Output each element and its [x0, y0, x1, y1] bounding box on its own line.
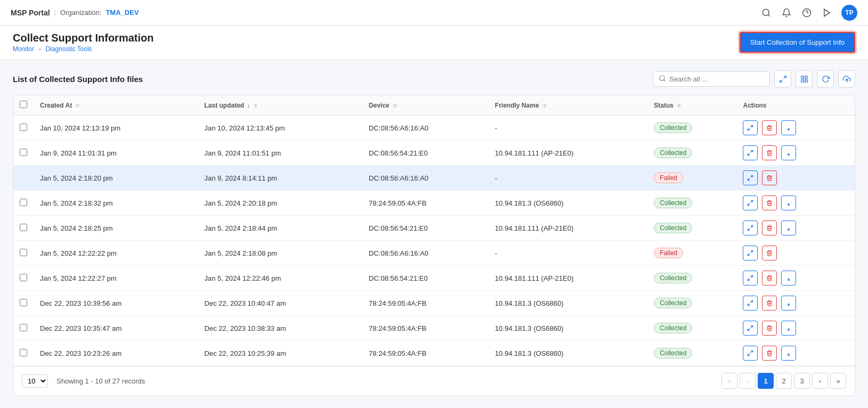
status-menu-icon[interactable]: ≡ — [677, 102, 680, 109]
row-checkbox-cell[interactable] — [13, 291, 34, 316]
expand-button[interactable] — [743, 195, 758, 210]
upload-button[interactable] — [838, 70, 855, 87]
row-checkbox-cell[interactable] — [13, 341, 34, 366]
delete-button[interactable] — [762, 170, 777, 185]
expand-button[interactable] — [743, 321, 758, 336]
row-checkbox-cell[interactable] — [13, 266, 34, 291]
col-created-at[interactable]: Created At ≡ — [34, 95, 198, 116]
expand-columns-button[interactable] — [774, 70, 791, 87]
cell-friendly-name: - — [489, 166, 647, 191]
row-checkbox[interactable] — [20, 149, 27, 156]
delete-button[interactable] — [762, 296, 777, 311]
table-row: Dec 22, 2023 10:35:47 am Dec 22, 2023 10… — [13, 316, 855, 341]
delete-button[interactable] — [762, 321, 777, 336]
top-nav: MSP Portal | Organization: TMA_DEV TP — [0, 0, 868, 26]
avatar[interactable]: TP — [841, 5, 857, 21]
cell-created-at: Dec 22, 2023 10:39:56 am — [34, 291, 198, 316]
col-status[interactable]: Status ≡ — [647, 95, 736, 116]
download-button[interactable] — [781, 195, 796, 210]
start-collection-button[interactable]: Start Collection of Support Info — [740, 32, 855, 53]
expand-button[interactable] — [743, 271, 758, 285]
delete-button[interactable] — [762, 271, 777, 285]
row-checkbox[interactable] — [20, 224, 27, 231]
friendly-name-menu-icon[interactable]: ≡ — [543, 102, 546, 109]
row-checkbox-cell[interactable] — [13, 216, 34, 241]
breadcrumb-tools[interactable]: Diagnostic Tools — [45, 45, 92, 53]
page-3-button[interactable]: 3 — [794, 373, 810, 389]
download-button[interactable] — [781, 296, 796, 311]
row-checkbox[interactable] — [20, 349, 27, 356]
columns-selector-button[interactable] — [796, 70, 813, 87]
row-checkbox-cell[interactable] — [13, 116, 34, 141]
per-page-select[interactable]: 10 25 50 — [22, 374, 48, 388]
delete-button[interactable] — [762, 221, 777, 235]
cell-friendly-name: 10.94.181.111 (AP-21E0) — [489, 141, 647, 166]
delete-button[interactable] — [762, 346, 777, 361]
cell-status: Collected — [647, 191, 736, 216]
row-checkbox-cell[interactable] — [13, 166, 34, 191]
row-checkbox-cell[interactable] — [13, 141, 34, 166]
cell-device: DC:08:56:A6:16:A0 — [362, 166, 489, 191]
row-checkbox[interactable] — [20, 199, 27, 206]
expand-button[interactable] — [743, 221, 758, 235]
cell-last-updated: Dec 22, 2023 10:25:39 am — [198, 341, 363, 366]
delete-button[interactable] — [762, 195, 777, 210]
expand-button[interactable] — [743, 296, 758, 311]
row-checkbox-cell[interactable] — [13, 191, 34, 216]
delete-button[interactable] — [762, 120, 777, 135]
row-checkbox[interactable] — [20, 299, 27, 306]
download-button[interactable] — [781, 271, 796, 285]
col-device[interactable]: Device ≡ — [362, 95, 489, 116]
portal-label: MSP Portal — [11, 9, 50, 17]
select-all-header[interactable] — [13, 95, 34, 116]
page-2-button[interactable]: 2 — [776, 373, 792, 389]
select-all-checkbox[interactable] — [20, 101, 27, 108]
expand-button[interactable] — [743, 246, 758, 260]
settings-icon[interactable] — [821, 7, 833, 19]
row-checkbox[interactable] — [20, 124, 27, 131]
row-checkbox-cell[interactable] — [13, 241, 34, 266]
search-box[interactable] — [653, 71, 770, 87]
col-last-updated[interactable]: Last updated ↓ ≡ — [198, 95, 363, 116]
last-updated-menu-icon[interactable]: ≡ — [254, 102, 257, 109]
table-row: Jan 5, 2024 2:18:20 pm Jan 9, 2024 8:14:… — [13, 166, 855, 191]
support-info-table: Created At ≡ Last updated ↓ ≡ Device ≡ F… — [13, 95, 855, 366]
device-menu-icon[interactable]: ≡ — [393, 102, 396, 109]
row-checkbox[interactable] — [20, 249, 27, 256]
expand-button[interactable] — [743, 346, 758, 361]
download-button[interactable] — [781, 120, 796, 135]
delete-button[interactable] — [762, 145, 777, 160]
download-button[interactable] — [781, 145, 796, 160]
download-button[interactable] — [781, 321, 796, 336]
search-input[interactable] — [669, 75, 764, 83]
expand-button[interactable] — [743, 120, 758, 135]
page-1-button[interactable]: 1 — [758, 373, 774, 389]
cell-device: DC:08:56:54:21:E0 — [362, 216, 489, 241]
expand-button[interactable] — [743, 170, 758, 185]
breadcrumb-monitor[interactable]: Monitor — [13, 45, 34, 53]
row-checkbox[interactable] — [20, 274, 27, 281]
download-button[interactable] — [781, 346, 796, 361]
cell-created-at: Dec 22, 2023 10:35:47 am — [34, 316, 198, 341]
help-icon[interactable] — [801, 7, 813, 19]
created-at-menu-icon[interactable]: ≡ — [76, 102, 79, 109]
prev-page-button[interactable]: ‹ — [740, 373, 756, 389]
table-row: Dec 22, 2023 10:39:56 am Dec 22, 2023 10… — [13, 291, 855, 316]
delete-button[interactable] — [762, 246, 777, 260]
cell-friendly-name: - — [489, 241, 647, 266]
download-button[interactable] — [781, 221, 796, 235]
expand-button[interactable] — [743, 145, 758, 160]
bell-icon[interactable] — [781, 7, 792, 19]
search-icon[interactable] — [760, 7, 772, 19]
row-checkbox-cell[interactable] — [13, 316, 34, 341]
next-page-button[interactable]: › — [812, 373, 828, 389]
status-badge: Collected — [654, 348, 692, 358]
col-friendly-name[interactable]: Friendly Name ≡ — [489, 95, 647, 116]
first-page-button[interactable]: « — [721, 373, 737, 389]
refresh-button[interactable] — [817, 70, 834, 87]
last-page-button[interactable]: » — [830, 373, 846, 389]
svg-line-1 — [768, 14, 769, 16]
cell-last-updated: Jan 9, 2024 11:01:51 pm — [198, 141, 363, 166]
row-checkbox[interactable] — [20, 324, 27, 331]
status-badge: Collected — [654, 123, 692, 133]
